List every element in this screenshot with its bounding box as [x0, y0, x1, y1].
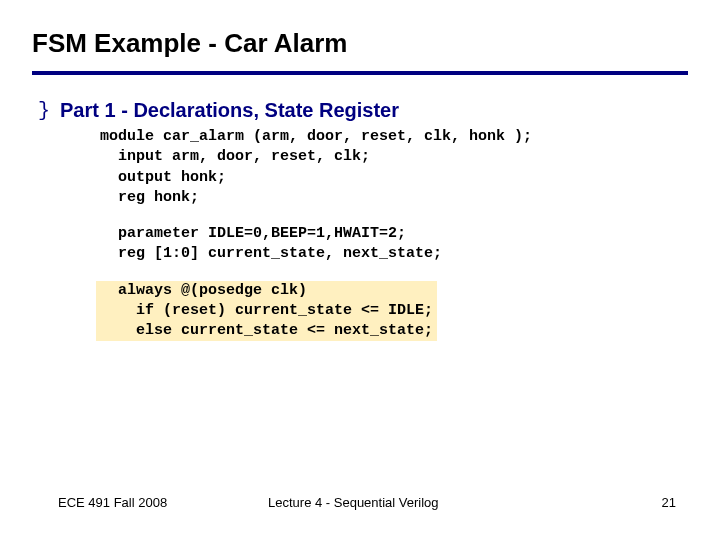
code-block-2: parameter IDLE=0,BEEP=1,HWAIT=2; reg [1:… — [100, 208, 682, 265]
slide-title: FSM Example - Car Alarm — [0, 0, 720, 71]
section-subhead: Part 1 - Declarations, State Register — [60, 99, 399, 122]
code-group: module car_alarm (arm, door, reset, clk,… — [38, 123, 682, 341]
footer-left: ECE 491 Fall 2008 — [58, 495, 258, 510]
bullet-row: } Part 1 - Declarations, State Register — [38, 99, 682, 123]
footer: ECE 491 Fall 2008 Lecture 4 - Sequential… — [0, 495, 720, 510]
code-block-3: always @(posedge clk) if (reset) current… — [100, 281, 433, 342]
bullet-glyph: } — [38, 99, 50, 123]
code-block-1: module car_alarm (arm, door, reset, clk,… — [100, 127, 682, 208]
footer-page-number: 21 — [662, 495, 676, 510]
highlighted-block: always @(posedge clk) if (reset) current… — [100, 281, 433, 342]
footer-center: Lecture 4 - Sequential Verilog — [258, 495, 662, 510]
content-area: } Part 1 - Declarations, State Register … — [0, 75, 720, 341]
